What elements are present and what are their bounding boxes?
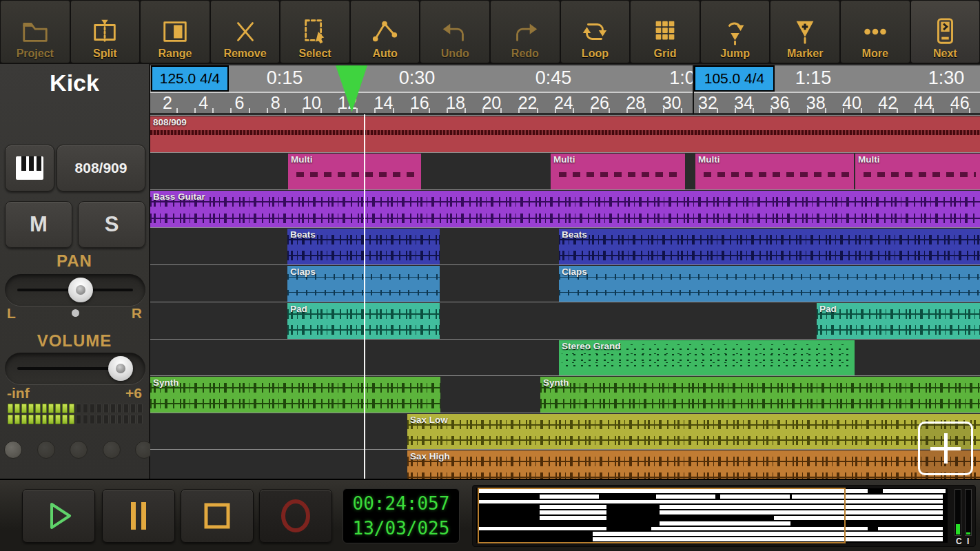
pause-button[interactable]	[102, 489, 175, 543]
bar-number: 6	[235, 93, 245, 113]
project-button[interactable]: Project	[1, 1, 70, 63]
range-icon	[159, 17, 191, 46]
volume-slider[interactable]	[5, 353, 145, 384]
undo-icon	[439, 17, 471, 46]
toolbar-label: Undo	[441, 48, 469, 60]
bar-tick	[681, 108, 682, 113]
clip-pattern	[864, 172, 976, 177]
meter-segment	[28, 415, 34, 424]
view-region-rect[interactable]	[478, 488, 846, 543]
select-button[interactable]: Select	[280, 1, 349, 63]
timeline-ruler[interactable]: 0:150:300:451:01:151:30125.0 4/4105.0 4/…	[150, 65, 980, 114]
panel-page-dot[interactable]	[4, 441, 22, 459]
panel-page-dot[interactable]	[103, 441, 121, 459]
transport-bar: 00:24:057 13/03/025 C I	[0, 479, 980, 551]
pan-slider-thumb[interactable]	[68, 278, 93, 302]
toolbar-label: Select	[299, 48, 331, 60]
track-row: Bass Guitar	[150, 189, 980, 227]
jump-button[interactable]: Jump	[701, 1, 770, 63]
bar-number: 38	[806, 93, 826, 113]
more-dots-icon	[859, 17, 891, 46]
instrument-name-button[interactable]: 808/909	[57, 145, 145, 191]
tempo-signature-marker[interactable]: 125.0 4/4	[151, 65, 229, 92]
mute-button[interactable]: M	[5, 201, 72, 248]
instrument-picker-button[interactable]	[5, 145, 54, 191]
volume-max-label: +6	[125, 385, 142, 402]
loop-button[interactable]: Loop	[561, 1, 630, 63]
next-screen-icon	[929, 17, 961, 46]
time-display[interactable]: 00:24:057 13/03/025	[343, 488, 460, 543]
audio-clip[interactable]: Sax Low	[407, 414, 980, 449]
minimap-clip-segment	[878, 527, 943, 531]
marker-button[interactable]: Marker	[770, 1, 839, 63]
audio-clip[interactable]: Sax High	[407, 450, 980, 479]
audio-clip[interactable]: Pad	[817, 303, 980, 339]
pause-icon	[121, 498, 156, 534]
grid-button[interactable]: Grid	[631, 1, 700, 63]
meter-segment	[123, 415, 129, 424]
record-icon	[276, 497, 315, 535]
time-ruler-row[interactable]: 0:150:300:451:01:151:30125.0 4/4105.0 4/…	[150, 65, 980, 93]
time-tick-label: 0:45	[535, 67, 572, 89]
volume-slider-thumb[interactable]	[108, 356, 133, 381]
split-button[interactable]: Split	[71, 1, 140, 63]
auto-button[interactable]: Auto	[351, 1, 420, 63]
audio-clip[interactable]: Bass Guitar	[150, 191, 980, 227]
undo-button[interactable]: Undo	[420, 1, 489, 63]
panel-page-dot[interactable]	[70, 441, 88, 459]
bar-tick	[969, 108, 970, 113]
audio-clip[interactable]: 808/909	[150, 116, 980, 152]
toolbar-label: More	[862, 48, 888, 60]
clip-label: Stereo Grand	[562, 341, 621, 351]
pan-slider[interactable]	[5, 274, 145, 306]
waveform	[150, 196, 980, 208]
meter-fill	[966, 532, 970, 534]
audio-clip[interactable]: Synth	[150, 377, 440, 413]
bar-tick	[285, 108, 286, 113]
time-tick-label: 1:30	[928, 67, 965, 89]
bar-number: 8	[271, 93, 280, 113]
panel-page-dot[interactable]	[37, 441, 55, 459]
record-button[interactable]	[259, 489, 332, 543]
waveform	[407, 455, 980, 468]
play-button[interactable]	[22, 489, 95, 543]
audio-clip[interactable]: Multi	[288, 154, 421, 189]
more-button[interactable]: More	[841, 1, 910, 63]
remove-button[interactable]: Remove	[211, 1, 280, 63]
audio-clip[interactable]: Multi	[551, 154, 685, 189]
bar-number: 16	[410, 93, 429, 113]
jump-icon	[719, 17, 751, 46]
bar-ruler-row[interactable]: 2468101214161820222426283032343638404244…	[150, 93, 980, 113]
meter-segment	[103, 415, 109, 424]
bar-tick	[951, 108, 952, 113]
solo-label: S	[105, 212, 119, 237]
add-track-button[interactable]	[918, 422, 973, 475]
next-button[interactable]: Next	[911, 1, 980, 63]
split-icon	[89, 17, 121, 46]
arrange-area[interactable]: 808/909MultiMultiMultiMultiBass GuitarBe…	[150, 114, 980, 479]
toolbar-label: Loop	[582, 48, 609, 60]
play-icon	[41, 498, 76, 534]
solo-button[interactable]: S	[78, 201, 145, 248]
audio-clip[interactable]: Synth	[540, 377, 980, 413]
redo-button[interactable]: Redo	[491, 1, 560, 63]
bar-tick	[843, 108, 844, 113]
audio-clip[interactable]: Multi	[855, 154, 980, 189]
audio-clip[interactable]: Beats	[559, 229, 980, 264]
audio-clip[interactable]: Claps	[559, 266, 980, 302]
waveform	[407, 419, 980, 430]
track-row: BeatsBeats	[150, 227, 980, 264]
audio-clip[interactable]: Stereo Grand	[559, 340, 855, 375]
clip-label: Synth	[153, 377, 179, 388]
toolbar-label: Jump	[720, 48, 750, 60]
audio-clip[interactable]: Multi	[695, 154, 854, 189]
stop-button[interactable]	[181, 489, 254, 543]
bar-tick	[303, 108, 304, 113]
bar-number: 32	[698, 93, 717, 113]
clip-label: 808/909	[153, 117, 187, 127]
range-button[interactable]: Range	[141, 1, 210, 63]
tempo-signature-marker[interactable]: 105.0 4/4	[694, 65, 775, 92]
clip-label: Claps	[290, 267, 316, 277]
track-row: MultiMultiMultiMulti	[150, 152, 980, 189]
meter-segment	[62, 415, 68, 424]
